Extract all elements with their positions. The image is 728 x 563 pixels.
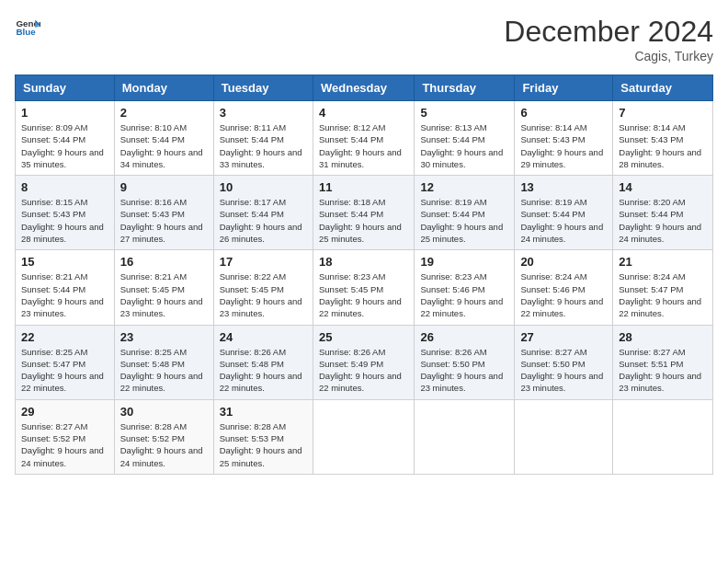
day-number: 20	[520, 255, 607, 269]
day-number: 8	[21, 180, 108, 194]
day-number: 29	[21, 405, 108, 419]
day-number: 10	[220, 180, 307, 194]
day-number: 18	[319, 255, 408, 269]
column-header-friday: Friday	[515, 75, 613, 101]
calendar-cell: 6Sunrise: 8:14 AMSunset: 5:43 PMDaylight…	[515, 101, 613, 176]
day-info: Sunrise: 8:19 AMSunset: 5:44 PMDaylight:…	[420, 196, 508, 245]
calendar-cell: 4Sunrise: 8:12 AMSunset: 5:44 PMDaylight…	[313, 101, 414, 176]
day-info: Sunrise: 8:21 AMSunset: 5:45 PMDaylight:…	[120, 270, 208, 319]
logo-icon: General Blue	[15, 15, 40, 40]
day-info: Sunrise: 8:13 AMSunset: 5:44 PMDaylight:…	[420, 121, 508, 170]
calendar-cell	[515, 399, 613, 474]
calendar-cell: 20Sunrise: 8:24 AMSunset: 5:46 PMDayligh…	[515, 250, 613, 325]
calendar-cell: 25Sunrise: 8:26 AMSunset: 5:49 PMDayligh…	[313, 325, 414, 399]
calendar-cell: 31Sunrise: 8:28 AMSunset: 5:53 PMDayligh…	[213, 399, 313, 474]
calendar-cell	[313, 399, 414, 474]
day-number: 31	[220, 405, 307, 419]
day-number: 17	[220, 255, 307, 269]
calendar-cell: 14Sunrise: 8:20 AMSunset: 5:44 PMDayligh…	[613, 176, 713, 250]
day-number: 22	[21, 330, 108, 344]
day-number: 21	[619, 255, 707, 269]
day-number: 3	[220, 106, 307, 120]
day-info: Sunrise: 8:15 AMSunset: 5:43 PMDaylight:…	[21, 196, 108, 245]
day-info: Sunrise: 8:12 AMSunset: 5:44 PMDaylight:…	[319, 121, 408, 170]
day-info: Sunrise: 8:27 AMSunset: 5:50 PMDaylight:…	[520, 346, 607, 395]
calendar-table: SundayMondayTuesdayWednesdayThursdayFrid…	[15, 75, 713, 475]
day-info: Sunrise: 8:25 AMSunset: 5:47 PMDaylight:…	[21, 346, 108, 395]
day-number: 24	[220, 330, 307, 344]
calendar-cell: 27Sunrise: 8:27 AMSunset: 5:50 PMDayligh…	[515, 325, 613, 399]
day-info: Sunrise: 8:23 AMSunset: 5:46 PMDaylight:…	[420, 270, 508, 319]
calendar-cell: 29Sunrise: 8:27 AMSunset: 5:52 PMDayligh…	[16, 399, 115, 474]
day-info: Sunrise: 8:21 AMSunset: 5:44 PMDaylight:…	[21, 270, 108, 319]
day-number: 12	[420, 180, 508, 194]
calendar-cell	[415, 399, 515, 474]
week-row-1: 1Sunrise: 8:09 AMSunset: 5:44 PMDaylight…	[16, 101, 713, 176]
calendar-cell: 26Sunrise: 8:26 AMSunset: 5:50 PMDayligh…	[415, 325, 515, 399]
day-number: 26	[420, 330, 508, 344]
day-info: Sunrise: 8:14 AMSunset: 5:43 PMDaylight:…	[619, 121, 707, 170]
day-number: 9	[120, 180, 208, 194]
day-info: Sunrise: 8:26 AMSunset: 5:49 PMDaylight:…	[319, 346, 408, 395]
day-info: Sunrise: 8:24 AMSunset: 5:46 PMDaylight:…	[520, 270, 607, 319]
day-info: Sunrise: 8:20 AMSunset: 5:44 PMDaylight:…	[619, 196, 707, 245]
week-row-4: 22Sunrise: 8:25 AMSunset: 5:47 PMDayligh…	[16, 325, 713, 399]
day-info: Sunrise: 8:18 AMSunset: 5:44 PMDaylight:…	[319, 196, 408, 245]
day-info: Sunrise: 8:19 AMSunset: 5:44 PMDaylight:…	[520, 196, 607, 245]
week-row-5: 29Sunrise: 8:27 AMSunset: 5:52 PMDayligh…	[16, 399, 713, 474]
day-info: Sunrise: 8:26 AMSunset: 5:50 PMDaylight:…	[420, 346, 508, 395]
day-info: Sunrise: 8:11 AMSunset: 5:44 PMDaylight:…	[220, 121, 307, 170]
week-row-2: 8Sunrise: 8:15 AMSunset: 5:43 PMDaylight…	[16, 176, 713, 250]
calendar-cell	[613, 399, 713, 474]
calendar-cell: 9Sunrise: 8:16 AMSunset: 5:43 PMDaylight…	[114, 176, 213, 250]
day-info: Sunrise: 8:22 AMSunset: 5:45 PMDaylight:…	[220, 270, 307, 319]
calendar-cell: 28Sunrise: 8:27 AMSunset: 5:51 PMDayligh…	[613, 325, 713, 399]
calendar-cell: 12Sunrise: 8:19 AMSunset: 5:44 PMDayligh…	[415, 176, 515, 250]
calendar-cell: 21Sunrise: 8:24 AMSunset: 5:47 PMDayligh…	[613, 250, 713, 325]
calendar-cell: 23Sunrise: 8:25 AMSunset: 5:48 PMDayligh…	[114, 325, 213, 399]
day-number: 23	[120, 330, 208, 344]
day-number: 11	[319, 180, 408, 194]
day-number: 5	[420, 106, 508, 120]
day-number: 19	[420, 255, 508, 269]
day-number: 14	[619, 180, 707, 194]
svg-text:Blue: Blue	[16, 27, 36, 37]
calendar-cell: 22Sunrise: 8:25 AMSunset: 5:47 PMDayligh…	[16, 325, 115, 399]
calendar-cell: 16Sunrise: 8:21 AMSunset: 5:45 PMDayligh…	[114, 250, 213, 325]
day-info: Sunrise: 8:28 AMSunset: 5:53 PMDaylight:…	[220, 420, 307, 469]
day-info: Sunrise: 8:10 AMSunset: 5:44 PMDaylight:…	[120, 121, 208, 170]
calendar-cell: 15Sunrise: 8:21 AMSunset: 5:44 PMDayligh…	[16, 250, 115, 325]
day-info: Sunrise: 8:16 AMSunset: 5:43 PMDaylight:…	[120, 196, 208, 245]
column-header-wednesday: Wednesday	[313, 75, 414, 101]
day-number: 16	[120, 255, 208, 269]
day-number: 1	[21, 106, 108, 120]
calendar-cell: 2Sunrise: 8:10 AMSunset: 5:44 PMDaylight…	[114, 101, 213, 176]
logo: General Blue	[15, 15, 40, 40]
calendar-cell: 19Sunrise: 8:23 AMSunset: 5:46 PMDayligh…	[415, 250, 515, 325]
calendar-header-row: SundayMondayTuesdayWednesdayThursdayFrid…	[16, 75, 713, 101]
day-info: Sunrise: 8:26 AMSunset: 5:48 PMDaylight:…	[220, 346, 307, 395]
day-number: 25	[319, 330, 408, 344]
day-number: 7	[619, 106, 707, 120]
column-header-sunday: Sunday	[16, 75, 115, 101]
column-header-thursday: Thursday	[415, 75, 515, 101]
calendar-cell: 7Sunrise: 8:14 AMSunset: 5:43 PMDaylight…	[613, 101, 713, 176]
calendar-cell: 1Sunrise: 8:09 AMSunset: 5:44 PMDaylight…	[16, 101, 115, 176]
day-info: Sunrise: 8:28 AMSunset: 5:52 PMDaylight:…	[120, 420, 208, 469]
calendar-cell: 17Sunrise: 8:22 AMSunset: 5:45 PMDayligh…	[213, 250, 313, 325]
page-header: General Blue December 2024 Cagis, Turkey	[15, 15, 713, 63]
day-number: 4	[319, 106, 408, 120]
day-info: Sunrise: 8:14 AMSunset: 5:43 PMDaylight:…	[520, 121, 607, 170]
day-number: 15	[21, 255, 108, 269]
day-info: Sunrise: 8:17 AMSunset: 5:44 PMDaylight:…	[220, 196, 307, 245]
column-header-saturday: Saturday	[613, 75, 713, 101]
calendar-cell: 30Sunrise: 8:28 AMSunset: 5:52 PMDayligh…	[114, 399, 213, 474]
day-info: Sunrise: 8:24 AMSunset: 5:47 PMDaylight:…	[619, 270, 707, 319]
column-header-tuesday: Tuesday	[213, 75, 313, 101]
calendar-cell: 18Sunrise: 8:23 AMSunset: 5:45 PMDayligh…	[313, 250, 414, 325]
calendar-cell: 5Sunrise: 8:13 AMSunset: 5:44 PMDaylight…	[415, 101, 515, 176]
calendar-cell: 13Sunrise: 8:19 AMSunset: 5:44 PMDayligh…	[515, 176, 613, 250]
day-number: 27	[520, 330, 607, 344]
day-info: Sunrise: 8:27 AMSunset: 5:52 PMDaylight:…	[21, 420, 108, 469]
day-number: 28	[619, 330, 707, 344]
